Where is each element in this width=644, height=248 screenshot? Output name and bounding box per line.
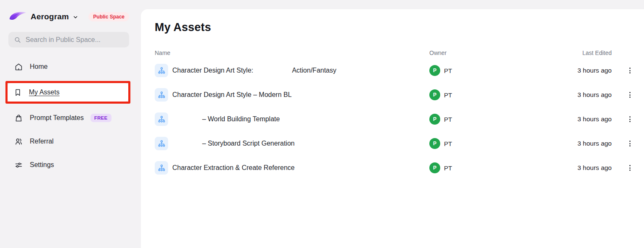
sidebar-item-prompt-templates[interactable]: Prompt Templates FREE	[8, 109, 129, 127]
owner-name: PT	[444, 116, 452, 123]
asset-name-cell: Character Extraction & Create Reference	[155, 161, 429, 175]
row-menu-kebab-icon[interactable]	[629, 67, 632, 74]
owner-cell: P PT	[429, 65, 549, 76]
space-badge: Public Space	[88, 12, 129, 21]
sidebar-item-settings[interactable]: Settings	[8, 156, 129, 174]
column-header-owner: Owner	[429, 50, 549, 56]
table-row[interactable]: Character Extraction & Create Reference …	[155, 156, 632, 180]
sidebar-item-label: Home	[30, 63, 48, 70]
page-title: My Assets	[155, 21, 632, 34]
asset-name: Character Extraction & Create Reference	[172, 164, 295, 172]
asset-name-cell: Character Design Art Style – Modern BL	[155, 88, 429, 102]
owner-cell: P PT	[429, 162, 549, 173]
owner-avatar: P	[429, 114, 440, 125]
main-panel: My Assets Name Owner Last Edited Charact…	[141, 9, 644, 248]
search-input[interactable]	[26, 36, 124, 44]
workspace-name: Aerogram	[31, 12, 69, 21]
last-edited: 3 hours ago	[549, 164, 612, 172]
owner-name: PT	[444, 140, 452, 147]
asset-name-cell: Character Design Art Style: Action/Fanta…	[155, 64, 429, 77]
chevron-down-icon[interactable]	[73, 14, 78, 20]
sidebar-item-label: Settings	[30, 161, 54, 169]
workflow-icon	[155, 161, 168, 175]
owner-cell: P PT	[429, 138, 549, 149]
last-edited: 3 hours ago	[549, 91, 612, 99]
users-icon	[14, 137, 23, 146]
last-edited: 3 hours ago	[549, 140, 612, 147]
asset-name: Character Design Art Style: Action/Fanta…	[172, 67, 336, 74]
owner-avatar: P	[429, 138, 440, 149]
workflow-icon	[155, 88, 168, 102]
column-header-last-edited: Last Edited	[549, 50, 612, 56]
annotation-highlight-box: My Assets	[5, 81, 130, 104]
aerogram-logo-icon	[8, 11, 27, 23]
sidebar: Aerogram Public Space Home My Assets	[0, 0, 141, 248]
home-icon	[14, 63, 23, 71]
free-badge: FREE	[91, 114, 112, 122]
table-row[interactable]: Character Design Art Style – Modern BL P…	[155, 83, 632, 107]
bookmark-icon	[13, 88, 22, 97]
sidebar-item-my-assets[interactable]: My Assets	[8, 83, 128, 102]
table-header: Name Owner Last Edited	[155, 47, 632, 58]
row-menu-kebab-icon[interactable]	[629, 115, 632, 123]
asset-name: – Storyboard Script Generation	[172, 140, 295, 147]
sidebar-item-label: My Assets	[29, 89, 60, 96]
owner-name: PT	[444, 67, 452, 74]
last-edited: 3 hours ago	[549, 115, 612, 123]
sidebar-item-home[interactable]: Home	[8, 57, 129, 76]
workflow-icon	[155, 137, 168, 150]
row-menu-kebab-icon[interactable]	[629, 91, 632, 99]
sidebar-item-referral[interactable]: Referral	[8, 132, 129, 151]
last-edited: 3 hours ago	[549, 67, 612, 74]
asset-name-cell: – Storyboard Script Generation	[155, 137, 429, 150]
sliders-icon	[14, 161, 23, 170]
table-row[interactable]: Character Design Art Style: Action/Fanta…	[155, 58, 632, 83]
row-menu-kebab-icon[interactable]	[629, 164, 632, 172]
shopping-bag-icon	[14, 114, 23, 123]
workflow-icon	[155, 64, 168, 77]
table-row[interactable]: – Storyboard Script Generation P PT 3 ho…	[155, 131, 632, 156]
sidebar-item-label: Prompt Templates	[30, 114, 84, 122]
asset-name: – World Building Template	[172, 115, 280, 123]
workflow-icon	[155, 112, 168, 126]
search-box[interactable]	[8, 32, 129, 47]
column-header-name: Name	[155, 50, 429, 56]
sidebar-nav: Home My Assets Prompt Templates FREE Ref…	[8, 57, 129, 174]
asset-name: Character Design Art Style – Modern BL	[172, 91, 292, 99]
owner-avatar: P	[429, 65, 440, 76]
owner-avatar: P	[429, 89, 440, 100]
table-row[interactable]: – World Building Template P PT 3 hours a…	[155, 107, 632, 131]
owner-cell: P PT	[429, 114, 549, 125]
sidebar-item-label: Referral	[30, 138, 54, 145]
search-icon	[14, 36, 21, 44]
owner-avatar: P	[429, 162, 440, 173]
owner-cell: P PT	[429, 89, 549, 100]
row-menu-kebab-icon[interactable]	[629, 140, 632, 147]
owner-name: PT	[444, 91, 452, 99]
asset-name-cell: – World Building Template	[155, 112, 429, 126]
workspace-header[interactable]: Aerogram Public Space	[8, 11, 129, 23]
owner-name: PT	[444, 164, 452, 172]
